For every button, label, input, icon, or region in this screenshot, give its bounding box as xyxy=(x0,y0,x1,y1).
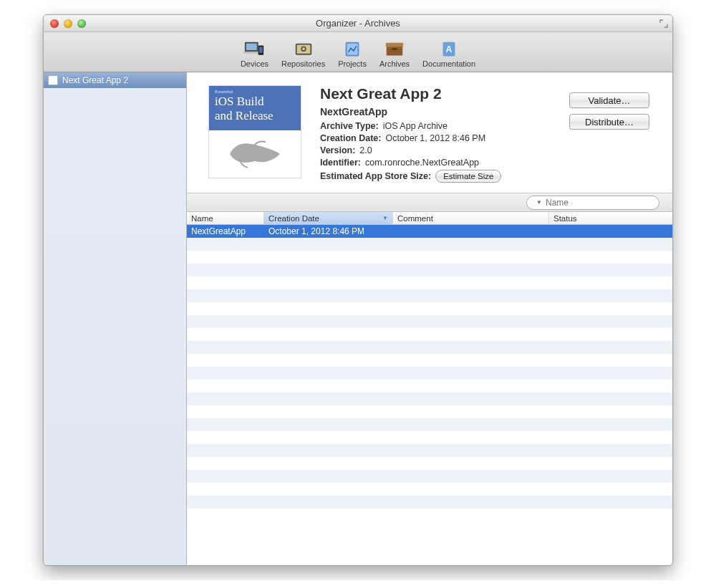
archive-meta: Next Great App 2 NextGreatApp Archive Ty… xyxy=(320,85,551,183)
search-row: ▼ xyxy=(187,193,672,212)
archive-detail: Essential iOS Build and Release Next Gre… xyxy=(187,72,672,193)
svg-rect-11 xyxy=(387,45,403,55)
organizer-window: Organizer - Archives Devices Repositorie… xyxy=(43,14,673,566)
repositories-icon xyxy=(293,39,314,58)
creation-date-label: Creation Date: xyxy=(320,133,381,143)
sidebar-item-app[interactable]: Next Great App 2 xyxy=(44,72,186,88)
table-row-empty xyxy=(187,431,672,444)
archive-artwork: Essential iOS Build and Release xyxy=(208,85,301,178)
tab-documentation[interactable]: A Documentation xyxy=(418,39,480,69)
action-buttons: Validate… Distribute… xyxy=(569,85,657,183)
column-name[interactable]: Name xyxy=(187,212,264,224)
tab-devices[interactable]: Devices xyxy=(236,39,273,69)
projects-icon xyxy=(342,39,363,58)
archive-title: Next Great App 2 xyxy=(320,85,551,102)
archives-icon xyxy=(384,39,405,58)
table-row-empty xyxy=(187,483,672,496)
tab-label: Documentation xyxy=(422,59,475,68)
table-row[interactable]: NextGreatApp October 1, 2012 8:46 PM xyxy=(187,225,672,238)
artwork-line1: iOS Build xyxy=(215,95,295,109)
table-row-empty xyxy=(187,289,672,302)
table-row-empty xyxy=(187,251,672,264)
archives-table: Name Creation Date Comment Status NextGr… xyxy=(187,212,672,565)
table-row-empty xyxy=(187,276,672,289)
documentation-icon: A xyxy=(438,39,460,58)
window-title: Organizer - Archives xyxy=(44,18,672,29)
column-comment[interactable]: Comment xyxy=(393,212,549,224)
svg-rect-12 xyxy=(386,43,403,47)
size-label: Estimated App Store Size: xyxy=(320,171,431,181)
table-row-empty xyxy=(187,328,672,341)
tab-archives[interactable]: Archives xyxy=(375,39,414,69)
svg-rect-1 xyxy=(246,44,257,50)
tab-label: Archives xyxy=(379,59,410,68)
column-status[interactable]: Status xyxy=(549,212,672,224)
version-label: Version: xyxy=(320,145,355,155)
table-header: Name Creation Date Comment Status xyxy=(187,212,672,225)
table-row-empty xyxy=(187,264,672,276)
table-row-empty xyxy=(187,405,672,418)
svg-rect-2 xyxy=(243,52,260,54)
version-value: 2.0 xyxy=(359,145,372,155)
svg-rect-4 xyxy=(259,47,263,52)
svg-rect-13 xyxy=(392,48,397,50)
sidebar-item-label: Next Great App 2 xyxy=(62,75,128,85)
cell-date: October 1, 2012 8:46 PM xyxy=(264,226,393,236)
table-row-empty xyxy=(187,315,672,328)
table-row-empty xyxy=(187,302,672,315)
cell-name: NextGreatApp xyxy=(187,226,264,236)
table-row-empty xyxy=(187,496,672,509)
distribute-button[interactable]: Distribute… xyxy=(569,114,649,130)
table-row-empty xyxy=(187,354,672,367)
creation-date-value: October 1, 2012 8:46 PM xyxy=(385,133,485,143)
table-row-empty xyxy=(187,367,672,380)
tab-repositories[interactable]: Repositories xyxy=(277,39,329,69)
svg-point-8 xyxy=(302,47,305,50)
table-row-empty xyxy=(187,457,672,470)
table-row-empty xyxy=(187,341,672,354)
table-row-empty xyxy=(187,444,672,457)
tab-projects[interactable]: Projects xyxy=(334,39,371,69)
main-panel: Essential iOS Build and Release Next Gre… xyxy=(187,72,672,565)
table-row-empty xyxy=(187,470,672,483)
body: Next Great App 2 Essential iOS Build and… xyxy=(44,72,672,565)
archive-subtitle: NextGreatApp xyxy=(320,106,551,117)
identifier-value: com.ronroche.NextGreatApp xyxy=(365,158,479,168)
tab-label: Devices xyxy=(241,59,268,68)
table-row-empty xyxy=(187,380,672,392)
tab-label: Repositories xyxy=(281,59,325,68)
archive-type-label: Archive Type: xyxy=(320,121,379,131)
toolbar: Devices Repositories Projects Archives A… xyxy=(44,32,672,72)
estimate-size-button[interactable]: Estimate Size xyxy=(435,170,501,183)
identifier-label: Identifier: xyxy=(320,158,361,168)
app-icon xyxy=(48,75,58,85)
table-row-empty xyxy=(187,392,672,405)
artwork-illustration xyxy=(209,130,301,178)
artwork-essential: Essential xyxy=(215,89,295,95)
titlebar: Organizer - Archives xyxy=(44,15,672,32)
artwork-line2: and Release xyxy=(215,109,295,123)
devices-icon xyxy=(243,39,265,58)
table-body: NextGreatApp October 1, 2012 8:46 PM xyxy=(187,225,672,565)
tab-label: Projects xyxy=(338,59,367,68)
archive-type-value: iOS App Archive xyxy=(383,121,448,131)
validate-button[interactable]: Validate… xyxy=(569,92,649,108)
search-field[interactable]: ▼ xyxy=(526,196,659,210)
table-row-empty xyxy=(187,238,672,251)
table-row-empty xyxy=(187,418,672,431)
column-creation-date[interactable]: Creation Date xyxy=(264,212,393,224)
sidebar: Next Great App 2 xyxy=(44,72,187,565)
search-dropdown-icon[interactable]: ▼ xyxy=(536,199,542,206)
search-input[interactable] xyxy=(546,198,653,208)
svg-text:A: A xyxy=(446,44,453,54)
